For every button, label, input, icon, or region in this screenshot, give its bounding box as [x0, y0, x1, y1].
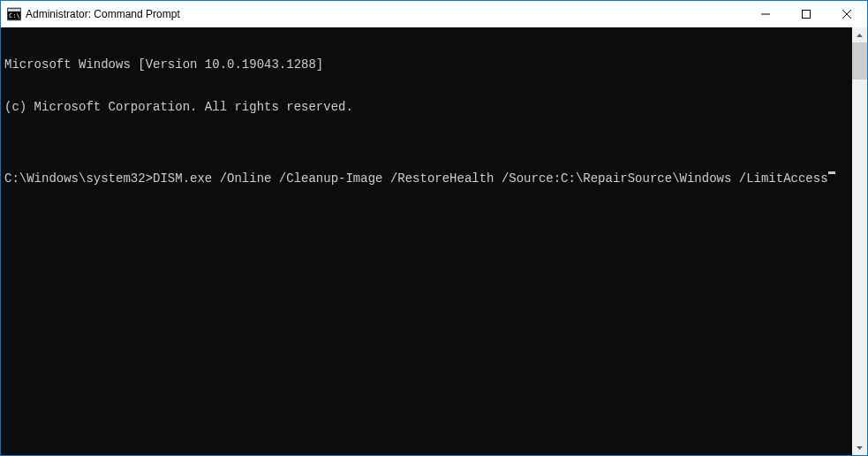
terminal-output-line: (c) Microsoft Corporation. All rights re…	[4, 100, 852, 114]
svg-marker-7	[857, 34, 863, 37]
svg-rect-4	[803, 11, 811, 19]
terminal-output-line: Microsoft Windows [Version 10.0.19043.12…	[4, 57, 852, 72]
terminal[interactable]: Microsoft Windows [Version 10.0.19043.12…	[1, 27, 852, 455]
close-button[interactable]	[826, 1, 867, 27]
terminal-area: Microsoft Windows [Version 10.0.19043.12…	[1, 27, 867, 455]
svg-text:C:\: C:\	[9, 12, 20, 19]
terminal-command: DISM.exe /Online /Cleanup-Image /Restore…	[153, 171, 828, 186]
svg-marker-8	[857, 446, 863, 450]
svg-rect-1	[8, 9, 20, 11]
terminal-prompt: C:\Windows\system32>	[4, 171, 153, 186]
scroll-up-button[interactable]	[852, 27, 867, 42]
scroll-thumb[interactable]	[852, 42, 867, 80]
command-prompt-window: C:\ Administrator: Command Prompt Micros…	[0, 0, 868, 456]
window-title: Administrator: Command Prompt	[26, 8, 745, 20]
minimize-button[interactable]	[745, 1, 786, 27]
terminal-cursor	[828, 171, 835, 174]
scroll-track[interactable]	[852, 42, 867, 440]
cmd-icon: C:\	[7, 7, 21, 21]
vertical-scrollbar[interactable]	[852, 27, 867, 455]
terminal-prompt-line: C:\Windows\system32>DISM.exe /Online /Cl…	[4, 171, 852, 186]
scroll-down-button[interactable]	[852, 440, 867, 455]
maximize-button[interactable]	[786, 1, 826, 27]
titlebar[interactable]: C:\ Administrator: Command Prompt	[1, 1, 867, 27]
window-controls	[745, 1, 867, 27]
